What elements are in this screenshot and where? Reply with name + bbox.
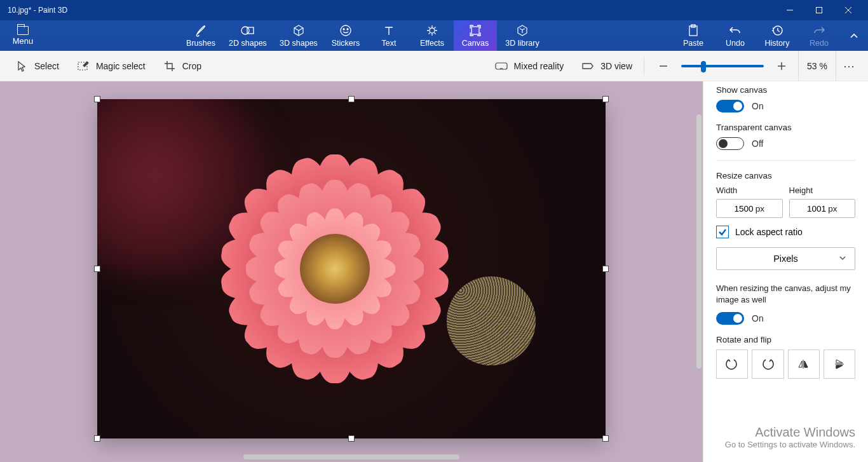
zoom-controls: [647, 57, 798, 75]
btn-label: 3D view: [600, 61, 632, 71]
lock-aspect-checkbox[interactable]: Lock aspect ratio: [716, 226, 855, 238]
paste-button[interactable]: Paste: [672, 20, 714, 51]
tool-brushes[interactable]: Brushes: [179, 20, 222, 51]
main-toolbar: Menu Brushes 2D shapes 3D shapes Sticker…: [0, 20, 868, 51]
resize-handle[interactable]: [602, 266, 609, 272]
btn-label: Crop: [182, 61, 201, 71]
tool-3d-shapes[interactable]: 3D shapes: [273, 20, 324, 51]
menu-button[interactable]: Menu: [0, 20, 46, 51]
select-button[interactable]: Select: [6, 51, 68, 81]
height-input[interactable]: 1001px: [789, 199, 856, 218]
svg-point-7: [343, 29, 344, 30]
menu-label: Menu: [13, 36, 34, 46]
toggle-state: On: [752, 313, 764, 323]
redo-button: Redo: [798, 20, 840, 51]
resize-image-label: When resizing the canvas, adjust my imag…: [716, 283, 855, 306]
tool-text[interactable]: Text: [367, 20, 410, 51]
tool-label: Stickers: [332, 39, 360, 48]
canvas-image[interactable]: [97, 99, 606, 438]
more-options-button[interactable]: ⋯: [836, 59, 862, 73]
shapes2d-icon: [241, 24, 255, 37]
tool-label: Canvas: [462, 39, 489, 48]
tool-2d-shapes[interactable]: 2D shapes: [222, 20, 273, 51]
maximize-button[interactable]: [804, 0, 834, 20]
pointer-icon: [15, 60, 28, 72]
transparent-canvas-toggle[interactable]: [716, 137, 744, 150]
svg-point-8: [347, 29, 348, 30]
tool-effects[interactable]: Effects: [410, 20, 454, 51]
horizontal-scrollbar[interactable]: [243, 454, 459, 459]
resize-canvas-label: Resize canvas: [716, 171, 855, 180]
crop-button[interactable]: Crop: [154, 51, 210, 81]
divider: [716, 160, 855, 161]
svg-point-6: [341, 25, 351, 36]
zoom-in-button[interactable]: [773, 57, 790, 75]
magic-select-icon: [77, 60, 90, 72]
canvas-panel: Canvas Show canvas On Transparent canvas…: [703, 51, 868, 462]
resize-handle[interactable]: [602, 96, 609, 102]
view3d-icon: [581, 61, 594, 71]
canvas-selection[interactable]: [97, 99, 606, 438]
collapse-ribbon-button[interactable]: [840, 20, 868, 51]
paste-icon: [688, 24, 699, 37]
tool-label: Brushes: [186, 39, 215, 48]
width-input[interactable]: 1500px: [716, 199, 783, 218]
dropdown-value: Pixels: [773, 254, 798, 264]
tool-label: History: [765, 39, 790, 48]
undo-icon: [729, 24, 742, 37]
svg-rect-10: [471, 27, 479, 34]
toggle-state: Off: [752, 139, 763, 149]
resize-image-toggle[interactable]: [716, 312, 744, 325]
tool-label: Redo: [810, 39, 829, 48]
stickers-icon: [339, 24, 352, 37]
tool-canvas[interactable]: Canvas: [454, 20, 497, 51]
shapes3d-icon: [292, 24, 305, 37]
mixed-reality-button[interactable]: Mixed reality: [486, 51, 573, 81]
vertical-scrollbar[interactable]: [696, 114, 702, 369]
show-canvas-label: Show canvas: [716, 85, 855, 95]
transparent-canvas-label: Transparent canvas: [716, 123, 855, 132]
flip-vertical-button[interactable]: [824, 350, 855, 379]
window-title: 10.jpg* - Paint 3D: [5, 6, 775, 15]
btn-label: Select: [34, 61, 59, 71]
zoom-out-button[interactable]: [654, 57, 672, 75]
resize-handle[interactable]: [602, 435, 609, 442]
rotate-flip-label: Rotate and flip: [716, 335, 855, 344]
toggle-state: On: [752, 101, 764, 111]
minimize-button[interactable]: [775, 0, 804, 20]
resize-handle[interactable]: [348, 96, 355, 102]
undo-button[interactable]: Undo: [714, 20, 756, 51]
mixed-reality-icon: [495, 61, 508, 71]
crop-icon: [163, 60, 176, 72]
library-icon: [516, 24, 529, 37]
tool-stickers[interactable]: Stickers: [324, 20, 367, 51]
checkbox-icon: [716, 226, 729, 238]
3d-view-button[interactable]: 3D view: [573, 51, 641, 81]
tool-label: Text: [382, 39, 397, 48]
rotate-left-button[interactable]: [716, 350, 748, 379]
width-label: Width: [716, 186, 783, 195]
title-bar: 10.jpg* - Paint 3D: [0, 0, 868, 20]
btn-label: Mixed reality: [514, 61, 564, 71]
menu-icon: [17, 26, 29, 35]
history-button[interactable]: History: [756, 20, 798, 51]
flip-horizontal-button[interactable]: [788, 350, 820, 379]
resize-handle[interactable]: [94, 266, 100, 272]
zoom-slider[interactable]: [681, 65, 764, 67]
resize-handle[interactable]: [94, 96, 100, 102]
rotate-right-button[interactable]: [752, 350, 783, 379]
tool-label: 2D shapes: [229, 39, 267, 48]
chevron-down-icon: [838, 254, 847, 264]
height-label: Height: [789, 186, 856, 195]
zoom-percent[interactable]: 53 %: [798, 51, 836, 81]
show-canvas-toggle[interactable]: [716, 100, 744, 112]
tool-3d-library[interactable]: 3D library: [497, 20, 548, 51]
workspace: [0, 81, 703, 462]
magic-select-button[interactable]: Magic select: [68, 51, 154, 81]
brush-icon: [194, 24, 207, 37]
btn-label: Magic select: [96, 61, 146, 71]
close-button[interactable]: [834, 0, 863, 20]
resize-handle[interactable]: [94, 435, 100, 442]
units-dropdown[interactable]: Pixels: [716, 247, 855, 270]
resize-handle[interactable]: [348, 435, 355, 442]
